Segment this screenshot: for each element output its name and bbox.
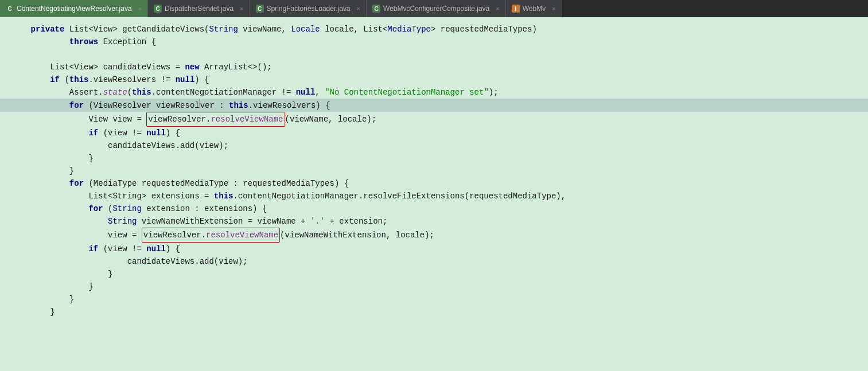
code-line-14: List<String> extensions = this.contentNe… — [0, 190, 868, 202]
code-line-10: candidateViews.add(view); — [0, 139, 868, 152]
keyword-private: private — [31, 23, 65, 36]
code-line-9: if (view != null) { — [0, 127, 868, 139]
code-indent — [11, 268, 108, 280]
code-text: candidateViews.add(view); — [108, 139, 228, 152]
code-text: } — [108, 268, 112, 280]
tab-icon-1: C — [6, 5, 14, 13]
keyword-this4: this — [214, 190, 233, 202]
tab-close-3[interactable]: × — [357, 5, 360, 12]
type-string3: String — [108, 215, 137, 228]
tab-dispatcher-servlet[interactable]: C DispatcherServlet.java × — [148, 0, 250, 17]
tab-icon-5: I — [512, 5, 520, 13]
tab-close-4[interactable]: × — [496, 5, 499, 12]
tab-webmv[interactable]: I WebMv × — [506, 0, 562, 17]
tab-spring-factories[interactable]: C SpringFactoriesLoader.java × — [250, 0, 367, 17]
code-text: + extension; — [325, 215, 387, 228]
keyword-null2: null — [296, 86, 316, 99]
code-line-6: Assert.state(this.contentNegotiationMana… — [0, 86, 868, 99]
method-state: state — [103, 86, 127, 99]
tab-webmvc-configurer[interactable]: C WebMvcConfigurerComposite.java × — [367, 0, 506, 17]
code-text: (viewName, locale); — [285, 113, 377, 126]
code-indent — [11, 139, 108, 152]
code-text: ) { — [166, 127, 180, 139]
code-text: List<View> candidateViews = — [50, 61, 185, 73]
code-text: List<String> extensions = — [88, 190, 213, 202]
type-string2: String — [112, 202, 141, 215]
keyword-for3: for — [88, 202, 103, 215]
code-line-3 — [0, 48, 868, 61]
code-indent — [11, 280, 88, 293]
keyword-this: this — [69, 73, 89, 86]
code-line-12: } — [0, 165, 868, 177]
code-text: viewResolver. — [143, 231, 206, 240]
code-text: View view = — [88, 113, 146, 126]
code-line-1: private List<View> getCandidateViews(Str… — [0, 23, 868, 36]
code-line-18: if (view != null) { — [0, 243, 868, 255]
string-1: "No ContentNegotiationManager set" — [325, 86, 489, 99]
code-text: Assert. — [69, 86, 103, 99]
code-text: } — [88, 280, 93, 293]
keyword-new: new — [185, 61, 199, 73]
tab-close-2[interactable]: × — [240, 5, 243, 12]
tab-close-1[interactable]: × — [138, 5, 142, 12]
code-line-19: candidateViews.add(view); — [0, 255, 868, 268]
code-indent — [11, 165, 69, 177]
keyword-this3: this — [229, 99, 248, 112]
code-text: (view != — [98, 243, 146, 255]
code-text: (MediaType requestedMediaType : requeste… — [84, 177, 349, 190]
code-indent — [11, 61, 50, 73]
tab-close-5[interactable]: × — [552, 5, 555, 12]
code-text: > requestedMediaTypes) — [431, 23, 537, 36]
code-line-8: View view = viewResolver.resolveViewName… — [0, 112, 868, 127]
keyword-if: if — [50, 73, 60, 86]
keyword-null: null — [176, 73, 195, 86]
keyword-for2: for — [69, 177, 84, 190]
code-text: ( — [127, 86, 132, 99]
code-indent — [11, 229, 108, 241]
code-indent — [11, 99, 69, 112]
keyword-throws: throws — [69, 36, 98, 48]
code-indent — [11, 293, 69, 306]
code-text: List<View> getCandidateViews( — [64, 23, 209, 36]
code-indent — [11, 243, 88, 255]
tab-label-2: DispatcherServlet.java — [165, 5, 233, 13]
code-text: } — [50, 306, 55, 318]
code-text: ArrayList<>(); — [200, 61, 272, 73]
code-line-4: List<View> candidateViews = new ArrayLis… — [0, 61, 868, 73]
code-line-7: for (ViewResolver viewResolver : this.vi… — [0, 99, 868, 112]
code-indent — [11, 215, 108, 228]
code-text: .viewResolvers) { — [248, 99, 330, 112]
method-resolve-1: resolveViewName — [211, 115, 283, 124]
code-line-21: } — [0, 280, 868, 293]
code-line-5: if (this.viewResolvers != null) { — [0, 73, 868, 86]
code-text: , — [315, 86, 325, 99]
code-indent — [11, 255, 127, 268]
code-text: .contentNegotiationManager.resolveFileEx… — [233, 190, 566, 202]
code-text: ); — [489, 86, 499, 99]
keyword-for: for — [69, 99, 84, 112]
code-text: locale, List< — [320, 23, 388, 36]
code-text: candidateViews.add(view); — [127, 255, 248, 268]
code-indent — [11, 113, 88, 126]
code-indent — [11, 86, 69, 99]
code-line-13: for (MediaType requestedMediaType : requ… — [0, 177, 868, 190]
tab-icon-3: C — [256, 5, 264, 13]
keyword-if3: if — [88, 243, 98, 255]
code-text: .contentNegotiationManager != — [151, 86, 296, 99]
code-indent — [11, 36, 69, 48]
type-locale: Locale — [291, 23, 320, 36]
code-indent — [11, 306, 50, 318]
tab-content-negotiating[interactable]: C ContentNegotiatingViewResolver.java × — [0, 0, 148, 17]
code-text: ) { — [166, 243, 180, 255]
code-line-15: for (String extension : extensions) { — [0, 202, 868, 215]
code-text: } — [69, 165, 74, 177]
method-resolve-2: resolveViewName — [206, 231, 278, 240]
code-text: viewName, — [238, 23, 291, 36]
code-indent — [11, 190, 88, 202]
code-line-20: } — [0, 268, 868, 280]
code-text: (ViewResolver viewResol — [84, 99, 200, 112]
code-text: extension : extensions) { — [142, 202, 267, 215]
string-dot: '.' — [310, 215, 325, 228]
code-line-23: } — [0, 306, 868, 318]
code-area: private List<View> getCandidateViews(Str… — [0, 17, 868, 371]
